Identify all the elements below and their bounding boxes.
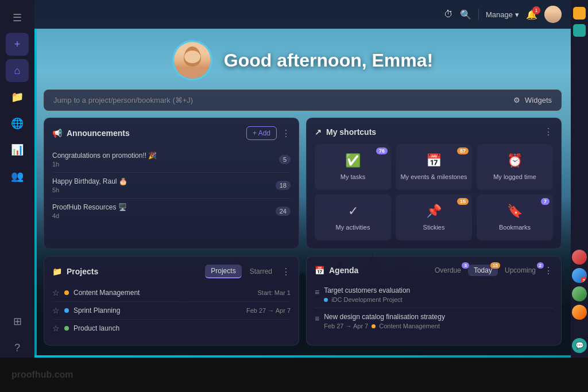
agenda-item[interactable]: ≡ Target customers evaluation iDC Develo… [315,282,553,308]
projects-title: 📁 Projects [52,267,98,276]
project-item[interactable]: ☆ Sprint Planning Feb 27 → Apr 7 [52,302,291,320]
agenda-card: 📅 Agenda Overdue 3 Today 15 [306,256,562,346]
greeting-section: Good afternoon, Emma! [34,29,571,90]
online-user-2[interactable]: 5 [572,268,587,283]
events-label: My events & milestones [400,173,467,181]
top-header: ⏱ 🔍 Manage ▾ 🔔 1 [34,0,571,29]
ann-count-1: 5 [279,155,291,164]
shortcut-stickies[interactable]: 15 📌 Stickies [396,195,472,240]
upcoming-badge: 2 [537,262,544,269]
chat-button[interactable]: 💬 [572,338,587,353]
shortcut-my-tasks[interactable]: 76 ✅ My tasks [315,144,391,190]
events-icon: 📅 [426,153,442,168]
project-name: Product launch [74,324,286,332]
sidebar-item-network[interactable]: 🌐 [6,112,29,135]
agenda-item-content: New design catalog finalisation strategy… [324,313,445,329]
tab-upcoming[interactable]: Upcoming 2 [499,265,541,276]
bottom-cards-grid: 📁 Projects Projects Starred ⋮ ☆ Content … [44,256,562,346]
manage-label: Manage [486,10,513,19]
project-name: Content Management [74,289,253,297]
clock-icon[interactable]: ⏱ [444,9,453,20]
star-icon[interactable]: ☆ [52,288,60,297]
tasks-badge: 76 [376,148,388,154]
task-list-icon: ≡ [315,288,319,297]
time-icon: ⏰ [507,153,523,168]
tab-overdue[interactable]: Overdue 3 [429,265,467,276]
tab-today[interactable]: Today 15 [468,265,498,276]
sidebar-item-help[interactable]: ? [6,336,29,359]
sidebar-item-add[interactable]: + [6,33,29,56]
ann-title-3: ProofHub Resources 🖥️ [52,203,127,211]
notification-bell[interactable]: 🔔 1 [526,9,537,20]
header-divider [478,9,479,20]
share-icon: ↗ [315,127,322,137]
agenda-item-title: New design catalog finalisation strategy [324,313,445,321]
ann-meta-2: 5h [52,187,127,193]
main-content: Good afternoon, Emma! Jump to a project/… [34,29,571,358]
project-dot [324,298,328,302]
jump-bar[interactable]: Jump to a project/person/bookmark (⌘+J) … [44,90,562,111]
projects-menu[interactable]: ⋮ [281,266,291,277]
shortcut-events[interactable]: 87 📅 My events & milestones [396,144,472,190]
task-list-icon: ≡ [315,314,319,323]
widgets-button[interactable]: ⚙ Widgets [513,96,552,104]
online-user-1[interactable] [572,250,587,265]
agenda-menu[interactable]: ⋮ [544,265,553,276]
sidebar-item-people[interactable]: 👥 [6,165,29,188]
online-user-4[interactable] [572,305,587,320]
tab-starred[interactable]: Starred [244,265,278,278]
sidebar-item-reports[interactable]: 📊 [6,138,29,161]
agenda-title: 📅 Agenda [315,266,358,275]
project-item[interactable]: ☆ Product launch [52,320,291,337]
announcement-item[interactable]: ProofHub Resources 🖥️ 4d 24 [52,199,291,224]
shortcuts-menu[interactable]: ⋮ [544,126,553,137]
sidebar-item-hamburger[interactable]: ☰ [6,6,29,29]
star-icon[interactable]: ☆ [52,306,60,315]
shortcuts-grid: 76 ✅ My tasks 87 📅 My events & milestone… [315,144,553,240]
project-dot [372,324,376,328]
agenda-item[interactable]: ≡ New design catalog finalisation strate… [315,308,553,334]
project-date: Feb 27 → Apr 7 [246,307,291,314]
activities-icon: ✓ [348,204,358,219]
projects-card: 📁 Projects Projects Starred ⋮ ☆ Content … [44,256,299,346]
online-user-3[interactable] [572,286,587,301]
calendar-icon: 📅 [315,266,324,275]
star-icon[interactable]: ☆ [52,324,60,333]
agenda-item-title: Target customers evaluation [324,286,410,294]
announcements-title: 📢 Announcements [52,129,130,138]
stickies-badge: 15 [457,198,469,205]
tab-projects[interactable]: Projects [205,265,241,278]
shortcut-activities[interactable]: ✓ My activities [315,195,391,240]
folder-icon: 📁 [52,267,62,276]
shortcuts-card: ↗ My shortcuts ⋮ 76 ✅ My tasks 87 📅 My e… [306,118,562,249]
bookmarks-badge: 7 [541,198,550,205]
right-btn-yellow[interactable] [573,7,586,20]
add-announcement-button[interactable]: + Add [246,126,277,140]
user-avatar[interactable] [544,6,562,23]
agenda-item-content: Target customers evaluation iDC Developm… [324,286,410,303]
tasks-icon: ✅ [345,153,361,168]
tasks-label: My tasks [341,173,365,181]
announcement-item[interactable]: Happy Birthday, Raul 🎂 5h 18 [52,173,291,199]
bottom-bar: proofhub.com [0,358,588,392]
shortcut-logged-time[interactable]: ⏰ My logged time [477,144,553,190]
manage-menu[interactable]: Manage ▾ [486,10,519,19]
shortcut-bookmarks[interactable]: 7 🔖 Bookmarks [477,195,553,240]
project-date: Start: Mar 1 [258,289,291,296]
agenda-header: 📅 Agenda Overdue 3 Today 15 [315,265,553,276]
stickies-label: Stickies [423,223,445,231]
shortcuts-header: ↗ My shortcuts ⋮ [315,126,553,137]
announcements-menu[interactable]: ⋮ [281,128,291,139]
sidebar-item-grid[interactable]: ⊞ [6,310,29,333]
greeting-text: Good afternoon, Emma! [224,50,433,71]
sidebar-item-home[interactable]: ⌂ [6,59,29,82]
announcements-card: 📢 Announcements + Add ⋮ Congratulations … [44,118,299,249]
project-item[interactable]: ☆ Content Management Start: Mar 1 [52,284,291,302]
chevron-down-icon: ▾ [515,10,519,19]
sidebar-item-projects[interactable]: 📁 [6,86,29,108]
brand-label: proofhub.com [11,370,74,380]
bookmarks-label: Bookmarks [499,223,531,231]
search-icon[interactable]: 🔍 [460,9,471,20]
projects-tabs: Projects Starred [205,265,278,278]
announcement-item[interactable]: Congratulations on promotion!! 🎉 1h 5 [52,147,291,173]
